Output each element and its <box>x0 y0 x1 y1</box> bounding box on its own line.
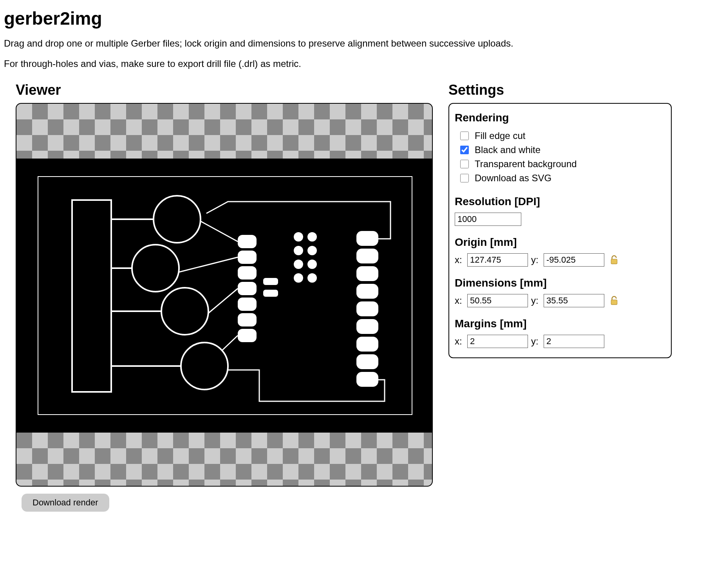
download-svg-row[interactable]: Download as SVG <box>455 171 662 185</box>
dimensions-heading: Dimensions [mm] <box>455 277 662 289</box>
settings-panel: Rendering Fill edge cut Black and white … <box>448 103 672 358</box>
viewer-dropzone[interactable] <box>16 103 433 487</box>
svg-rect-33 <box>356 301 378 316</box>
resolution-heading: Resolution [DPI] <box>455 195 662 208</box>
margins-heading: Margins [mm] <box>455 317 662 330</box>
fill-edge-cut-label: Fill edge cut <box>475 130 525 141</box>
origin-x-input[interactable] <box>467 253 528 267</box>
svg-point-2 <box>154 196 201 243</box>
margins-y-label: y: <box>531 336 540 347</box>
svg-point-24 <box>307 246 317 255</box>
intro-line-1: Drag and drop one or multiple Gerber fil… <box>4 37 719 50</box>
lock-origin-icon[interactable] <box>610 255 618 265</box>
svg-rect-37 <box>356 372 378 387</box>
pcb-render <box>16 159 433 433</box>
svg-line-16 <box>201 221 238 242</box>
margins-x-label: x: <box>455 336 464 347</box>
black-and-white-checkbox[interactable] <box>460 146 469 154</box>
svg-line-17 <box>179 257 238 272</box>
svg-rect-10 <box>238 251 257 264</box>
origin-y-input[interactable] <box>544 253 604 267</box>
svg-rect-35 <box>356 337 378 352</box>
svg-rect-19 <box>263 278 278 285</box>
svg-point-27 <box>294 273 303 283</box>
svg-point-28 <box>307 273 317 283</box>
svg-point-25 <box>294 260 303 269</box>
origin-heading: Origin [mm] <box>455 236 662 249</box>
settings-heading: Settings <box>448 82 672 98</box>
black-and-white-label: Black and white <box>475 144 540 155</box>
svg-rect-11 <box>238 266 257 280</box>
download-svg-checkbox[interactable] <box>460 174 469 182</box>
svg-rect-31 <box>356 266 378 281</box>
svg-point-23 <box>294 246 303 255</box>
page-title: gerber2img <box>4 8 719 29</box>
svg-point-5 <box>181 343 228 390</box>
svg-rect-34 <box>356 319 378 334</box>
svg-rect-29 <box>356 231 378 246</box>
black-and-white-row[interactable]: Black and white <box>455 143 662 157</box>
svg-rect-13 <box>238 298 257 311</box>
svg-rect-39 <box>611 300 617 305</box>
margins-x-input[interactable] <box>467 335 528 348</box>
svg-point-22 <box>307 232 317 242</box>
svg-rect-1 <box>72 200 111 392</box>
dimensions-x-label: x: <box>455 295 464 306</box>
origin-y-label: y: <box>531 254 540 265</box>
svg-rect-32 <box>356 284 378 299</box>
svg-point-21 <box>294 232 303 242</box>
viewer-heading: Viewer <box>16 82 433 98</box>
download-svg-label: Download as SVG <box>475 173 551 184</box>
svg-rect-20 <box>263 290 278 297</box>
transparent-bg-checkbox[interactable] <box>460 160 469 168</box>
svg-line-18 <box>208 289 238 313</box>
fill-edge-cut-checkbox[interactable] <box>460 132 469 140</box>
svg-rect-30 <box>356 249 378 263</box>
margins-y-input[interactable] <box>544 335 604 348</box>
download-render-button[interactable]: Download render <box>22 494 109 512</box>
svg-rect-36 <box>356 354 378 369</box>
origin-x-label: x: <box>455 254 464 265</box>
svg-rect-38 <box>611 259 617 264</box>
svg-rect-14 <box>238 313 257 326</box>
svg-point-3 <box>132 245 179 292</box>
dimensions-y-label: y: <box>531 295 540 306</box>
transparent-bg-label: Transparent background <box>475 159 577 170</box>
lock-dimensions-icon[interactable] <box>610 296 618 306</box>
dimensions-x-input[interactable] <box>467 294 528 307</box>
svg-point-4 <box>161 288 208 335</box>
fill-edge-cut-row[interactable]: Fill edge cut <box>455 129 662 143</box>
resolution-input[interactable] <box>455 213 521 226</box>
svg-rect-9 <box>238 235 257 248</box>
svg-rect-15 <box>238 329 257 342</box>
intro-line-2: For through-holes and vias, make sure to… <box>4 57 719 70</box>
svg-rect-12 <box>238 282 257 295</box>
dimensions-y-input[interactable] <box>544 294 604 307</box>
svg-point-26 <box>307 260 317 269</box>
rendering-heading: Rendering <box>455 112 662 124</box>
transparent-bg-row[interactable]: Transparent background <box>455 157 662 171</box>
